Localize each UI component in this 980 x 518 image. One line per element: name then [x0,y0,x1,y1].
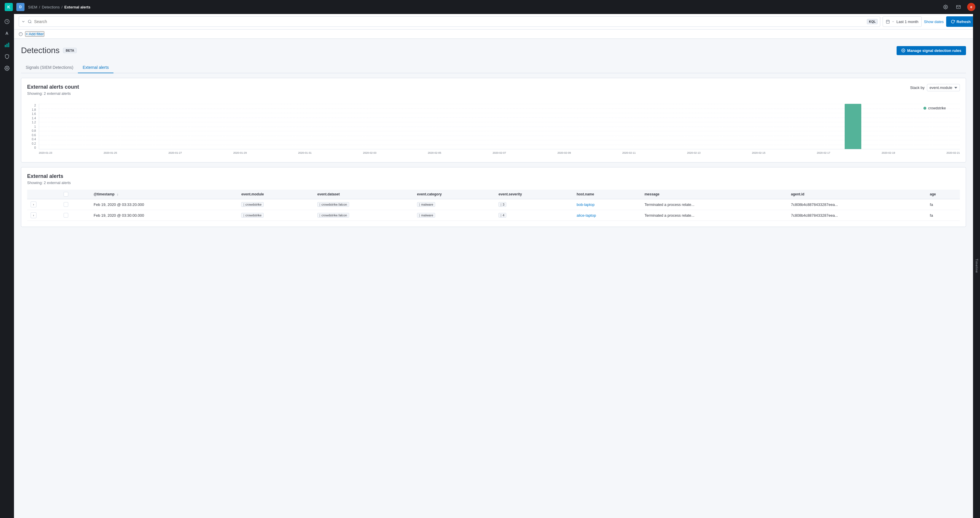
search-input[interactable] [34,19,864,24]
sidebar-item-a[interactable]: A [2,28,12,38]
date-range-text: Last 1 month [896,19,918,24]
sort-icon[interactable]: ↓ [117,192,118,196]
y-label-0: 0 [34,146,36,149]
y-label-1.4: 1.4 [32,117,36,120]
row2-message: Terminated a process relate... [641,210,788,221]
settings-nav-icon[interactable] [942,3,950,11]
stack-by-control: Stack by event.module [910,84,960,91]
y-label-0.8: 0.8 [32,129,36,132]
col-event-dataset: event.dataset [314,189,414,199]
y-label-1.6: 1.6 [32,112,36,116]
x-label-0213: 2020-02-13 [687,151,701,154]
show-dates-button[interactable]: Show dates [924,19,944,24]
x-label-0123: 2020-01-23 [39,151,52,154]
row2-timestamp: Feb 19, 2020 @ 03:30:00.000 [90,210,238,221]
x-label-0221: 2020-02-21 [947,151,960,154]
col-message: message [641,189,788,199]
breadcrumb-sep2: / [62,5,63,10]
sidebar-item-analytics[interactable] [2,40,12,50]
row1-event-severity: 3 [495,199,573,210]
row1-event-category: malware [414,199,495,210]
row1-agent-id: 7c808b4c8878433287eea... [788,199,926,210]
x-label-0209: 2020-02-09 [557,151,571,154]
add-filter-button[interactable]: + Add filter [25,31,45,37]
row1-checkbox[interactable] [60,199,90,210]
alerts-table-title: External alerts [27,173,960,180]
timeline-panel[interactable]: Timeline [973,14,980,518]
x-label-0131: 2020-01-31 [298,151,312,154]
row2-event-dataset: crowdstrike.falcon [314,210,414,221]
y-label-1.2: 1.2 [32,121,36,124]
gear-icon [901,48,905,52]
svg-point-15 [903,50,904,51]
refresh-icon [951,19,955,24]
calendar-icon [886,19,890,24]
tab-signals[interactable]: Signals (SIEM Detections) [21,62,78,73]
row1-checkbox-input[interactable] [64,202,68,207]
page-title-area: Detections BETA [21,46,77,55]
select-all-checkbox[interactable] [64,192,68,197]
table-row: › Feb 19, 2020 @ 03:33:20.000 crowdstrik… [27,199,960,210]
breadcrumb-siem[interactable]: SIEM [28,5,37,10]
col-age: age [926,189,960,199]
query-bar: KQL Last 1 month Show dates Refresh [14,14,980,29]
row2-checkbox-input[interactable] [64,213,68,218]
row1-expand-button[interactable]: › [30,202,37,207]
main-content: KQL Last 1 month Show dates Refresh + Ad… [14,14,980,518]
page-content: Detections BETA Manage signal detection … [14,39,980,238]
svg-point-5 [6,68,8,69]
user-avatar[interactable]: e [967,3,975,11]
x-label-0219: 2020-02-19 [882,151,895,154]
search-wrapper: KQL [19,16,880,27]
svg-rect-4 [5,45,6,47]
legend-label: crowdstrike [928,106,946,110]
row1-message: Terminated a process relate... [641,199,788,210]
breadcrumb-detections[interactable]: Detections [42,5,59,10]
y-label-1.8: 1.8 [32,108,36,111]
sidebar-item-settings[interactable] [2,63,12,73]
sidebar-item-shield[interactable] [2,51,12,62]
stack-by-select[interactable]: event.module [927,84,960,91]
top-nav: K D SIEM / Detections / External alerts … [0,0,980,14]
alerts-count-card: External alerts count Showing: 2 externa… [21,78,966,162]
alerts-table-card: External alerts Showing: 2 external aler… [21,167,966,227]
kql-badge[interactable]: KQL [867,19,878,24]
table-row: › Feb 19, 2020 @ 03:30:00.000 crowdstrik… [27,210,960,221]
legend-dot [923,107,926,110]
y-label-0.6: 0.6 [32,133,36,137]
breadcrumb: SIEM / Detections / External alerts [28,5,938,10]
sidebar: A [0,14,14,518]
y-label-1: 1 [34,125,36,128]
row2-host-name[interactable]: alice-laptop [573,210,641,221]
row2-event-module: crowdstrike [238,210,314,221]
col-host-name: host.name [573,189,641,199]
alerts-table-subtitle: Showing: 2 external alerts [27,181,960,185]
sidebar-item-recent[interactable] [2,16,12,27]
col-timestamp: @timestamp ↓ [90,189,238,199]
svg-rect-3 [6,44,7,47]
row1-host-name[interactable]: bob-laptop [573,199,641,210]
row1-expand[interactable]: › [27,199,60,210]
mail-nav-icon[interactable] [955,3,963,11]
row2-expand-button[interactable]: › [30,212,37,218]
x-label-0127: 2020-01-27 [169,151,182,154]
x-label-0125: 2020-01-25 [103,151,117,154]
alerts-table-wrapper: @timestamp ↓ event.module event.dataset … [27,189,960,221]
chart-title: External alerts count [27,84,79,90]
search-dropdown-icon[interactable] [21,19,25,24]
page-title: Detections [21,46,59,55]
row1-timestamp: Feb 19, 2020 @ 03:33:20.000 [90,199,238,210]
filter-options-icon[interactable] [19,32,23,36]
row2-expand[interactable]: › [27,210,60,221]
row2-event-category: malware [414,210,495,221]
row1-age: fa [926,199,960,210]
timeline-label: Timeline [975,259,978,273]
manage-rules-button[interactable]: Manage signal detection rules [897,46,966,55]
beta-badge: BETA [63,48,77,53]
refresh-button[interactable]: Refresh [946,16,975,27]
date-picker[interactable]: Last 1 month [883,16,921,27]
filter-bar: + Add filter [14,29,980,39]
y-label-0.2: 0.2 [32,142,36,145]
row2-checkbox[interactable] [60,210,90,221]
tab-external-alerts[interactable]: External alerts [78,62,113,73]
